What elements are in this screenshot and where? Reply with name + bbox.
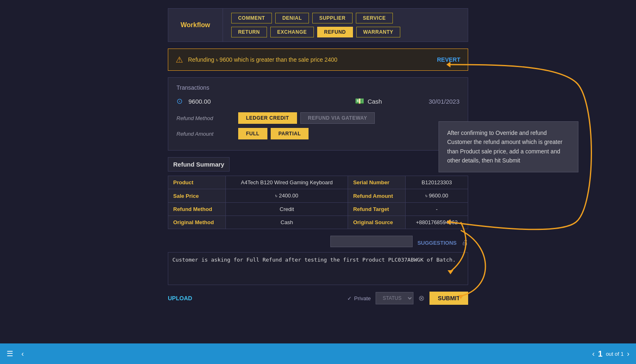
main-content: Workflow COMMENT DENIAL SUPPLIER SERVICE… <box>0 0 636 345</box>
page-number: 1 <box>598 349 603 359</box>
workflow-row-1: COMMENT DENIAL SUPPLIER SERVICE <box>231 13 460 23</box>
product-label: Product <box>168 176 226 189</box>
tooltip-box: After confirming to Override and refund … <box>439 121 578 172</box>
table-row: Product A4Tech B120 Wired Gaming Keyboar… <box>168 176 468 189</box>
denial-button[interactable]: DENIAL <box>275 13 309 23</box>
sale-price-value: ৳ 2400.00 <box>226 189 348 203</box>
taskbar-right: ‹ 1 out of 1 › <box>592 349 630 359</box>
table-row: Refund Method Credit Refund Target - <box>168 203 468 216</box>
return-button[interactable]: RETURN <box>231 27 267 37</box>
comment-section: SUGGESTIONS 🖨 <box>168 236 468 287</box>
page-out-of: out of 1 <box>606 351 624 357</box>
product-value: A4Tech B120 Wired Gaming Keyboard <box>226 176 348 189</box>
refund-amount-label: Refund Amount <box>176 131 238 137</box>
transactions-section: Transactions ⊙ 9600.00 💵 Cash 30/01/2023… <box>168 77 468 151</box>
comment-tools: SUGGESTIONS 🖨 <box>168 236 468 250</box>
serial-value: B120123303 <box>406 176 468 189</box>
taskbar-left: ☰ ‹ <box>7 349 24 358</box>
table-row: Original Method Cash Original Source +88… <box>168 216 468 229</box>
full-button[interactable]: FULL <box>238 128 267 139</box>
comment-button[interactable]: COMMENT <box>231 13 272 23</box>
comment-textarea[interactable] <box>168 252 468 285</box>
workflow-container: Workflow COMMENT DENIAL SUPPLIER SERVICE… <box>168 8 468 42</box>
transaction-method: 💵 Cash <box>309 97 429 106</box>
workflow-row-2: RETURN EXCHANGE REFUND WARRANTY <box>231 27 460 37</box>
next-page-button[interactable]: › <box>627 350 629 358</box>
original-source-label: Original Source <box>348 216 406 229</box>
warning-icon: ⚠ <box>176 55 183 65</box>
submit-button[interactable]: SUBMIT <box>429 292 468 305</box>
serial-label: Serial Number <box>348 176 406 189</box>
refund-method-row: Refund Method LEDGER CREDIT REFUND VIA G… <box>176 112 460 124</box>
private-check: ✓ Private <box>347 295 371 301</box>
service-button[interactable]: SERVICE <box>356 13 393 23</box>
workflow-label: Workflow <box>168 9 223 42</box>
workflow-buttons: COMMENT DENIAL SUPPLIER SERVICE RETURN E… <box>223 9 468 42</box>
supplier-button[interactable]: SUPPLIER <box>312 13 353 23</box>
refund-button[interactable]: REFUND <box>317 27 353 37</box>
warning-message: Refunding ৳ 9600 which is greater than t… <box>188 56 430 63</box>
warning-banner: ⚠ Refunding ৳ 9600 which is greater than… <box>168 49 468 71</box>
transaction-amount: 9600.00 <box>188 98 309 105</box>
back-icon[interactable]: ‹ <box>21 350 24 358</box>
refund-via-gateway-button[interactable]: REFUND VIA GATEWAY <box>300 112 375 124</box>
table-row: Sale Price ৳ 2400.00 Refund Amount ৳ 960… <box>168 189 468 203</box>
refund-amount-value: ৳ 9600.00 <box>406 189 468 203</box>
refund-method-value: Credit <box>226 203 348 216</box>
sale-price-label: Sale Price <box>168 189 226 203</box>
warranty-button[interactable]: WARRANTY <box>356 27 400 37</box>
private-label: Private <box>354 295 371 301</box>
summary-table: Product A4Tech B120 Wired Gaming Keyboar… <box>168 176 468 229</box>
transactions-title: Transactions <box>176 84 460 91</box>
check-icon: ✓ <box>347 295 352 301</box>
radio-icon[interactable]: ⊙ <box>176 97 183 106</box>
original-source-value: +8801768594362 <box>406 216 468 229</box>
upload-button[interactable]: UPLOAD <box>168 295 192 301</box>
right-actions: ✓ Private STATUS ⊗ SUBMIT <box>347 292 468 305</box>
exchange-button[interactable]: EXCHANGE <box>270 27 314 37</box>
menu-icon[interactable]: ☰ <box>7 349 13 358</box>
suggestions-label: SUGGESTIONS <box>418 240 457 246</box>
original-method-value: Cash <box>226 216 348 229</box>
status-dropdown[interactable]: STATUS <box>376 292 413 304</box>
refund-method-label: Refund Method <box>176 115 238 121</box>
taskbar: ☰ ‹ ‹ 1 out of 1 › <box>0 343 636 364</box>
cash-icon: 💵 <box>355 97 364 106</box>
refund-summary-section: Refund Summary Product A4Tech B120 Wired… <box>168 157 468 229</box>
workflow-title: Workflow <box>181 21 210 29</box>
prev-page-button[interactable]: ‹ <box>592 350 595 358</box>
revert-button[interactable]: REVERT <box>437 56 460 63</box>
bottom-actions: UPLOAD ✓ Private STATUS ⊗ SUBMIT <box>168 292 468 305</box>
ledger-credit-button[interactable]: LEDGER CREDIT <box>238 112 297 124</box>
original-method-label: Original Method <box>168 216 226 229</box>
comment-input-top[interactable] <box>330 236 413 247</box>
refund-amount-row: Refund Amount FULL PARTIAL <box>176 128 460 139</box>
transaction-method-label: Cash <box>367 98 382 105</box>
tooltip-text: After confirming to Override and refund … <box>447 130 562 164</box>
refund-target-label: Refund Target <box>348 203 406 216</box>
close-icon[interactable]: ⊗ <box>418 294 425 303</box>
refund-summary-title: Refund Summary <box>168 157 230 172</box>
print-icon[interactable]: 🖨 <box>462 239 468 246</box>
partial-button[interactable]: PARTIAL <box>271 128 309 139</box>
refund-method-label: Refund Method <box>168 203 226 216</box>
refund-amount-label: Refund Amount <box>348 189 406 203</box>
transaction-row: ⊙ 9600.00 💵 Cash 30/01/2023 <box>176 97 460 106</box>
refund-target-value: - <box>406 203 468 216</box>
transaction-date: 30/01/2023 <box>429 98 460 105</box>
